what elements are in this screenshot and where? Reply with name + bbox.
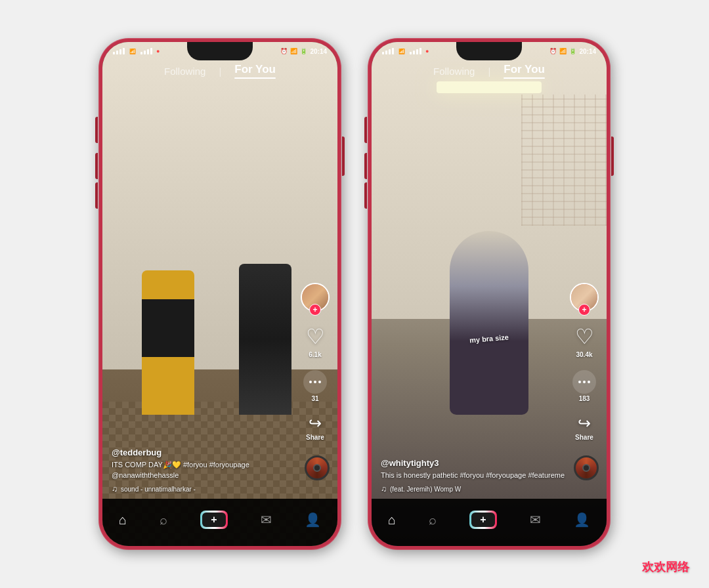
top-nav-1[interactable]: Following | For You bbox=[102, 63, 337, 79]
figure-left bbox=[142, 270, 194, 415]
signal-indicators-2: 📶 ● bbox=[382, 48, 429, 54]
nav-following-2[interactable]: Following bbox=[433, 66, 475, 77]
username-2[interactable]: @whitytighty3 bbox=[381, 458, 567, 468]
profile-icon-1: 👤 bbox=[305, 512, 321, 528]
nav-home-2[interactable]: ⌂ bbox=[388, 513, 396, 528]
time-2: 20:14 bbox=[579, 48, 596, 55]
creator-avatar-1[interactable]: + bbox=[301, 283, 330, 312]
signal-indicators: 📶 ● bbox=[113, 48, 160, 54]
phone-1: 📶 ● ⏰ 📶 🔋 20:14 bbox=[98, 38, 341, 550]
music-text-1: sound - unnatimalharkar - bbox=[121, 486, 196, 493]
nav-foryou-underline-1 bbox=[234, 77, 276, 79]
comment-icon-1 bbox=[303, 370, 327, 394]
time-1: 20:14 bbox=[310, 48, 327, 55]
bottom-nav-2: ⌂ ⌕ + ✉ 👤 bbox=[372, 499, 607, 546]
profile-icon-2: 👤 bbox=[574, 512, 590, 528]
nav-foryou-1[interactable]: For You bbox=[234, 63, 276, 76]
bottom-nav-1: ⌂ ⌕ + ✉ 👤 bbox=[102, 499, 337, 546]
nav-following-1[interactable]: Following bbox=[164, 66, 205, 77]
status-right-1: ⏰ 📶 🔋 20:14 bbox=[280, 48, 327, 55]
nav-profile-1[interactable]: 👤 bbox=[305, 512, 321, 528]
music-disc-2 bbox=[574, 455, 599, 480]
inbox-icon-2: ✉ bbox=[530, 512, 541, 528]
figure-right bbox=[239, 264, 291, 415]
music-row-1: ♫ sound - unnatimalharkar - bbox=[112, 484, 298, 494]
share-icon-2: ↪ bbox=[578, 414, 591, 432]
music-disc-1 bbox=[305, 455, 330, 480]
status-right-2: ⏰ 📶 🔋 20:14 bbox=[549, 48, 596, 55]
home-icon-1: ⌂ bbox=[119, 513, 127, 528]
right-sidebar-1: + ♡ 6.1k 31 bbox=[301, 283, 330, 441]
comment-count-1: 31 bbox=[311, 395, 318, 402]
disc-center-2 bbox=[582, 464, 590, 472]
nav-divider-1: | bbox=[219, 66, 221, 77]
figure-center bbox=[450, 231, 528, 415]
notch-1 bbox=[187, 42, 253, 60]
disc-center-1 bbox=[313, 464, 321, 472]
plus-button-1[interactable]: + bbox=[200, 511, 228, 529]
creator-avatar-2[interactable]: + bbox=[570, 283, 599, 312]
comment-icon-2 bbox=[572, 370, 596, 394]
nav-divider-2: | bbox=[488, 66, 490, 77]
watermark: 欢欢网络 bbox=[642, 559, 689, 575]
nav-create-2[interactable]: + bbox=[469, 511, 497, 529]
plus-button-2[interactable]: + bbox=[469, 511, 497, 529]
phone-2: my bra size 📶 bbox=[368, 38, 611, 550]
right-sidebar-2: + ♡ 30.4k 183 bbox=[570, 283, 599, 441]
nav-search-2[interactable]: ⌕ bbox=[429, 513, 437, 528]
top-nav-2[interactable]: Following | For You bbox=[372, 63, 607, 79]
heart-icon-1: ♡ bbox=[306, 324, 325, 349]
share-button-2[interactable]: ↪ Share bbox=[575, 414, 593, 441]
home-icon-2: ⌂ bbox=[388, 513, 396, 528]
heart-icon-2: ♡ bbox=[575, 324, 594, 349]
follow-button-1[interactable]: + bbox=[309, 304, 321, 316]
search-icon-1: ⌕ bbox=[160, 513, 167, 528]
username-1[interactable]: @tedderbug bbox=[112, 448, 298, 457]
comment-button-2[interactable]: 183 bbox=[572, 370, 596, 402]
nav-search-1[interactable]: ⌕ bbox=[160, 513, 167, 528]
like-button-2[interactable]: ♡ 30.4k bbox=[571, 324, 597, 358]
music-text-2: (feat. Jeremih) Womp W bbox=[390, 486, 461, 493]
music-note-icon-2: ♫ bbox=[381, 484, 387, 494]
plus-inner-2: + bbox=[471, 513, 495, 527]
like-count-2: 30.4k bbox=[576, 351, 592, 358]
nav-home-1[interactable]: ⌂ bbox=[119, 513, 127, 528]
follow-button-2[interactable]: + bbox=[578, 304, 590, 316]
like-count-1: 6.1k bbox=[309, 351, 321, 358]
plus-inner-1: + bbox=[202, 513, 226, 527]
search-icon-2: ⌕ bbox=[429, 513, 437, 528]
caption-2: This is honestly pathetic #foryou #foryo… bbox=[381, 471, 567, 480]
nav-foryou-underline-2 bbox=[504, 77, 545, 79]
video-info-1: @tedderbug ITS COMP DAY🎉💛 #foryou #foryo… bbox=[112, 448, 298, 494]
music-note-icon-1: ♫ bbox=[112, 484, 118, 494]
ceiling-light-2 bbox=[437, 81, 542, 93]
notch-2 bbox=[456, 42, 522, 60]
nav-foryou-2[interactable]: For You bbox=[504, 63, 545, 76]
comment-button-1[interactable]: 31 bbox=[303, 370, 327, 402]
like-button-1[interactable]: ♡ 6.1k bbox=[302, 324, 328, 358]
share-label-2: Share bbox=[575, 434, 593, 441]
music-row-2: ♫ (feat. Jeremih) Womp W bbox=[381, 484, 567, 494]
share-icon-1: ↪ bbox=[309, 414, 322, 432]
caption-1: ITS COMP DAY🎉💛 #foryou #foryoupage @nana… bbox=[112, 460, 298, 480]
comment-count-2: 183 bbox=[579, 395, 590, 402]
nav-inbox-2[interactable]: ✉ bbox=[530, 512, 541, 528]
nav-profile-2[interactable]: 👤 bbox=[574, 512, 590, 528]
video-info-2: @whitytighty3 This is honestly pathetic … bbox=[381, 458, 567, 494]
inbox-icon-1: ✉ bbox=[261, 512, 272, 528]
share-button-1[interactable]: ↪ Share bbox=[306, 414, 324, 441]
wall-photos-2 bbox=[521, 94, 607, 226]
share-label-1: Share bbox=[306, 434, 324, 441]
nav-inbox-1[interactable]: ✉ bbox=[261, 512, 272, 528]
nav-create-1[interactable]: + bbox=[200, 511, 228, 529]
